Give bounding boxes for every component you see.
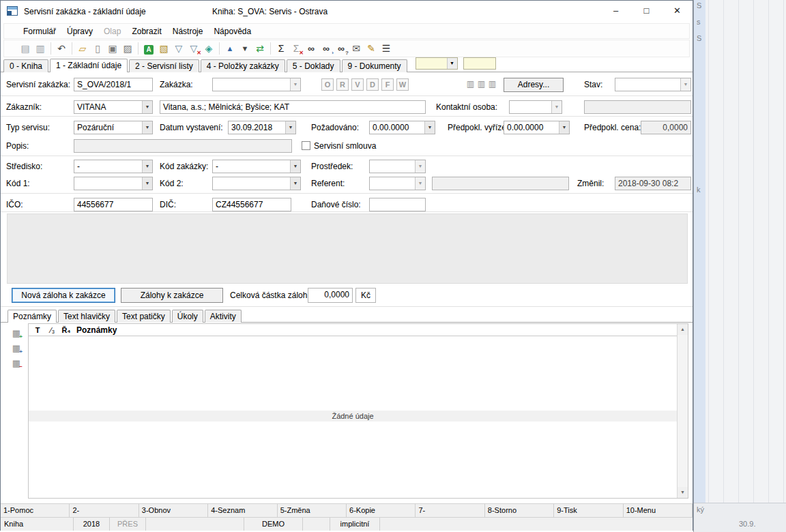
catalog-icon[interactable]: A: [141, 42, 156, 55]
chevron-down-icon[interactable]: ▼: [424, 121, 435, 134]
servisni-zakazka-label: Servisní zakázka:: [6, 80, 70, 89]
tab-ukoly[interactable]: Úkoly: [172, 310, 203, 323]
servisni-zakazka-field[interactable]: S_OVA/2018/1: [74, 78, 153, 91]
filter-clear-icon[interactable]: ▽✕: [186, 42, 201, 55]
fn-seznam[interactable]: 4-Seznam: [208, 504, 277, 517]
chevron-down-icon[interactable]: ▼: [290, 160, 300, 173]
tab-aktivity[interactable]: Aktivity: [205, 310, 242, 323]
zakazka-label: Zakázka:: [160, 80, 193, 89]
ico-field[interactable]: 44556677: [74, 198, 153, 211]
popis-field: [74, 139, 292, 153]
note-delete-icon[interactable]: ▦−: [10, 358, 23, 369]
undo-icon[interactable]: ↶: [54, 42, 69, 55]
new-document-icon[interactable]: ▯: [90, 42, 105, 55]
refresh-icon[interactable]: ⇄: [252, 42, 267, 55]
celkova-castka-field[interactable]: 0,0000: [308, 288, 353, 303]
zalohy-button[interactable]: Zálohy k zakázce: [121, 288, 223, 303]
note-add-icon[interactable]: ▦+: [10, 328, 23, 339]
fn-storno[interactable]: 8-Storno: [485, 504, 554, 517]
filter-icon[interactable]: ▽: [171, 42, 186, 55]
main-tab-strip: 0 - Kniha 1 - Základní údaje 2 - Servisn…: [1, 58, 693, 72]
chevron-down-icon[interactable]: ▼: [447, 58, 457, 69]
copy-icon[interactable]: ▣: [105, 42, 120, 55]
layers-icon[interactable]: ◈: [201, 42, 216, 55]
fn-tisk[interactable]: 9-Tisk: [554, 504, 623, 517]
tab-servisni-listy[interactable]: 2 - Servisní listy: [129, 59, 199, 72]
fn-2[interactable]: 2-: [70, 504, 139, 517]
close-button[interactable]: ✕: [662, 1, 693, 21]
address-grid-icon[interactable]: ▥: [476, 79, 486, 89]
chevron-down-icon[interactable]: ▼: [142, 160, 152, 173]
menu-napoveda[interactable]: Nápověda: [208, 25, 257, 38]
menu-nastroje[interactable]: Nástroje: [167, 25, 209, 38]
paste-icon[interactable]: ▨: [120, 42, 135, 55]
chevron-down-icon[interactable]: ▼: [290, 177, 300, 190]
fn-menu[interactable]: 10-Menu: [624, 504, 693, 517]
zakaznik-detail-field[interactable]: Vitana, a.s.; Mělnická; Byšice; KAT: [160, 100, 426, 114]
menu-upravy[interactable]: Úpravy: [61, 25, 98, 38]
tab-poznamky[interactable]: Poznámky: [8, 310, 57, 323]
dic-field[interactable]: CZ44556677: [212, 198, 291, 211]
find-next-icon[interactable]: ∞›: [319, 42, 334, 55]
open-icon[interactable]: ▱: [75, 42, 90, 55]
chevron-down-icon[interactable]: ▼: [559, 121, 569, 134]
window-book-label: Kniha: S_OVA: Servis - Ostrava: [212, 7, 328, 16]
status-implicitni: implicitní: [330, 518, 380, 531]
stredisko-combo[interactable]: -▼: [74, 160, 153, 173]
chevron-down-icon[interactable]: ▼: [285, 121, 295, 134]
fn-zmena[interactable]: 5-Změna: [278, 504, 347, 517]
minimize-button[interactable]: –: [600, 1, 631, 21]
quick-filter-combo[interactable]: ▼: [416, 57, 458, 70]
scroll-down-icon[interactable]: ▼: [678, 487, 688, 498]
move-down-icon[interactable]: ▼: [237, 42, 252, 55]
toolbar: ▤ ▥ ↶ ▱ ▯ ▣ ▨ A ▧ ▽ ▽✕ ◈ ▲ ▼ ⇄ Σ Σ✕ ∞ ∞›…: [3, 40, 690, 57]
address-grid-icon[interactable]: ▥: [465, 79, 476, 89]
typ-servisu-combo[interactable]: Pozáruční▼: [74, 121, 153, 134]
chevron-down-icon[interactable]: ▼: [142, 177, 152, 190]
danove-cislo-field[interactable]: [369, 198, 426, 211]
datum-vystaveni-combo[interactable]: 30.09.2018▼: [228, 121, 296, 134]
note-copy-icon[interactable]: ▦+: [10, 343, 23, 354]
tab-kniha[interactable]: 0 - Kniha: [3, 59, 48, 72]
nova-zaloha-button[interactable]: Nová záloha k zakázce: [12, 288, 115, 303]
sum-clear-icon[interactable]: Σ✕: [289, 42, 304, 55]
tab-zakladni-udaje[interactable]: 1 - Základní údaje: [50, 59, 128, 72]
tab-text-paticky[interactable]: Text patičky: [117, 310, 171, 323]
tab-dokumenty[interactable]: 9 - Dokumenty: [342, 59, 407, 72]
kod-2-combo[interactable]: ▼: [212, 177, 301, 190]
chevron-down-icon[interactable]: ▼: [142, 101, 152, 113]
mail-icon[interactable]: ✉: [349, 42, 364, 55]
find-special-icon[interactable]: ∞?: [334, 42, 349, 55]
address-grid-icon[interactable]: ▥: [487, 79, 497, 89]
menu-formular[interactable]: Formulář: [18, 25, 61, 38]
maximize-button[interactable]: □: [631, 1, 662, 21]
save-all-icon[interactable]: ▥: [33, 42, 48, 55]
function-key-bar: 1-Pomoc 2- 3-Obnov 4-Seznam 5-Změna 6-Ko…: [1, 503, 693, 517]
move-up-icon[interactable]: ▲: [222, 42, 237, 55]
fn-7[interactable]: 7-: [416, 504, 484, 517]
tab-polozky-zakazky[interactable]: 4 - Položky zakázky: [201, 59, 285, 72]
servisni-smlouva-checkbox[interactable]: [302, 141, 310, 150]
find-icon[interactable]: ∞: [304, 42, 319, 55]
preview-icon[interactable]: ▧: [156, 42, 171, 55]
kod-1-combo[interactable]: ▼: [74, 177, 153, 190]
notes-icon[interactable]: ✎: [364, 42, 379, 55]
predpokl-vyrizeni-combo[interactable]: 0.00.0000▼: [504, 121, 570, 134]
tab-doklady[interactable]: 5 - Doklady: [287, 59, 340, 72]
adresy-button[interactable]: Adresy...: [504, 78, 564, 92]
fn-kopie[interactable]: 6-Kopie: [347, 504, 416, 517]
quick-filter-field[interactable]: [463, 57, 496, 70]
kod-zakazky-combo[interactable]: -▼: [212, 160, 301, 173]
chevron-down-icon[interactable]: ▼: [142, 121, 152, 134]
zmenil-label: Změnil:: [577, 179, 604, 188]
pozadovano-combo[interactable]: 0.00.0000▼: [369, 121, 435, 134]
fn-pomoc[interactable]: 1-Pomoc: [1, 504, 70, 517]
list-icon[interactable]: ☰: [379, 42, 394, 55]
fn-obnov[interactable]: 3-Obnov: [139, 504, 208, 517]
save-icon[interactable]: ▤: [18, 42, 33, 55]
menu-zobrazit[interactable]: Zobrazit: [126, 25, 166, 38]
sum-icon[interactable]: Σ: [274, 42, 289, 55]
zakaznik-combo[interactable]: VITANA▼: [74, 100, 153, 114]
scroll-up-icon[interactable]: ▲: [678, 324, 688, 335]
tab-text-hlavicky[interactable]: Text hlavičky: [58, 310, 115, 323]
